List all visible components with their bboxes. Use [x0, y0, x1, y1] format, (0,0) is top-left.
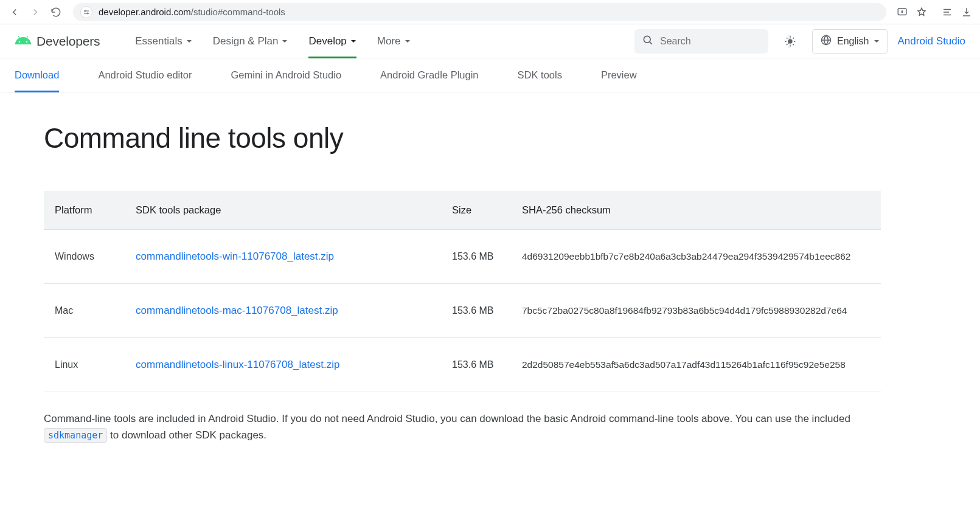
reading-list-icon[interactable] [940, 5, 954, 19]
subnav-sdk-tools[interactable]: SDK tools [518, 58, 562, 92]
nav-items: Essentials Design & Plan Develop More [135, 24, 410, 58]
search-input[interactable] [660, 36, 782, 47]
language-label: English [837, 36, 869, 47]
subnav-preview[interactable]: Preview [601, 58, 637, 92]
reload-button[interactable] [47, 4, 64, 21]
search-box[interactable]: / [634, 29, 768, 54]
subnav-studio-editor[interactable]: Android Studio editor [98, 58, 192, 92]
download-icon[interactable] [959, 5, 974, 19]
browser-chrome: developer.android.com/studio#command-too… [0, 0, 980, 24]
brand-text: Developers [36, 34, 100, 49]
svg-point-1 [87, 13, 88, 14]
url-text: developer.android.com/studio#command-too… [99, 7, 285, 17]
chevron-down-icon [282, 35, 288, 47]
top-nav: Developers Essentials Design & Plan Deve… [0, 24, 980, 58]
cell-size: 153.6 MB [442, 284, 512, 338]
package-download-link[interactable]: commandlinetools-win-11076708_latest.zip [136, 251, 334, 262]
search-icon [642, 34, 654, 49]
package-download-link[interactable]: commandlinetools-mac-11076708_latest.zip [136, 305, 338, 316]
chevron-down-icon [350, 35, 356, 47]
downloads-table: Platform SDK tools package Size SHA-256 … [44, 191, 881, 392]
install-app-icon[interactable] [895, 5, 909, 19]
th-platform: Platform [44, 191, 126, 230]
svg-point-0 [85, 10, 86, 12]
cell-platform: Windows [44, 230, 126, 284]
cell-checksum: 7bc5c72ba0275c80a8f19684fb92793b83a6b5c9… [512, 284, 881, 338]
nav-develop[interactable]: Develop [308, 24, 356, 58]
android-logo-icon [15, 34, 32, 49]
footer-paragraph: Command-line tools are included in Andro… [44, 410, 881, 443]
cell-size: 153.6 MB [442, 338, 512, 392]
language-selector[interactable]: English [812, 29, 888, 54]
cell-platform: Mac [44, 284, 126, 338]
page-heading: Command line tools only [44, 122, 881, 154]
theme-toggle[interactable] [778, 29, 802, 54]
para-text-post: to download other SDK packages. [107, 429, 266, 441]
svg-point-4 [788, 39, 792, 43]
chevron-down-icon [186, 35, 192, 47]
table-row: Linuxcommandlinetools-linux-11076708_lat… [44, 338, 881, 392]
nav-more[interactable]: More [377, 24, 411, 58]
chevron-down-icon [405, 35, 411, 47]
cell-platform: Linux [44, 338, 126, 392]
nav-essentials[interactable]: Essentials [135, 24, 192, 58]
chevron-down-icon [874, 36, 880, 47]
subnav-gradle-plugin[interactable]: Android Gradle Plugin [380, 58, 478, 92]
cell-checksum: 4d6931209eebb1bfb7c7e8b240a6a3cb3ab24479… [512, 230, 881, 284]
globe-icon [820, 34, 832, 49]
cell-checksum: 2d2d50857e4eb553af5a6dc3ad507a17adf43d11… [512, 338, 881, 392]
th-size: Size [442, 191, 512, 230]
main-content: Command line tools only Platform SDK too… [0, 92, 925, 468]
package-download-link[interactable]: commandlinetools-linux-11076708_latest.z… [136, 359, 339, 370]
nav-design-plan[interactable]: Design & Plan [213, 24, 288, 58]
th-package: SDK tools package [126, 191, 442, 230]
svg-point-3 [644, 36, 650, 43]
back-button[interactable] [6, 4, 23, 21]
table-row: Maccommandlinetools-mac-11076708_latest.… [44, 284, 881, 338]
cell-size: 153.6 MB [442, 230, 512, 284]
subnav-gemini[interactable]: Gemini in Android Studio [231, 58, 342, 92]
subnav-download[interactable]: Download [15, 58, 59, 92]
site-settings-icon[interactable] [80, 6, 92, 18]
android-studio-link[interactable]: Android Studio [897, 35, 965, 47]
url-bar[interactable]: developer.android.com/studio#command-too… [73, 3, 886, 21]
forward-button[interactable] [27, 4, 44, 21]
para-text-pre: Command-line tools are included in Andro… [44, 413, 850, 424]
brand[interactable]: Developers [15, 34, 100, 49]
th-checksum: SHA-256 checksum [512, 191, 881, 230]
bookmark-star-icon[interactable] [914, 5, 929, 19]
sdkmanager-code: sdkmanager [44, 428, 107, 443]
table-row: Windowscommandlinetools-win-11076708_lat… [44, 230, 881, 284]
sub-nav: Download Android Studio editor Gemini in… [0, 58, 980, 92]
